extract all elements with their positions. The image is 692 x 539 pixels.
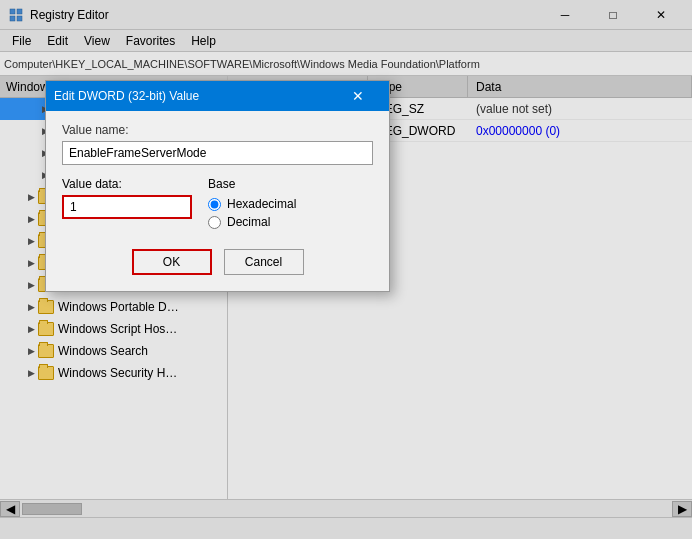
- ok-button[interactable]: OK: [132, 249, 212, 275]
- value-data-input[interactable]: [62, 195, 192, 219]
- value-data-section: Value data: Base Hexadecimal Decimal: [62, 177, 373, 233]
- radio-hex-input[interactable]: [208, 198, 221, 211]
- radio-dec-input[interactable]: [208, 216, 221, 229]
- dialog-title: Edit DWORD (32-bit) Value: [54, 89, 335, 103]
- radio-dec-label: Decimal: [227, 215, 270, 229]
- cancel-button[interactable]: Cancel: [224, 249, 304, 275]
- radio-hexadecimal[interactable]: Hexadecimal: [208, 197, 373, 211]
- value-data-left: Value data:: [62, 177, 192, 219]
- dialog-title-bar: Edit DWORD (32-bit) Value ✕: [46, 81, 389, 111]
- dialog-overlay: Edit DWORD (32-bit) Value ✕ Value name: …: [0, 0, 692, 539]
- base-label: Base: [208, 177, 373, 191]
- edit-dword-dialog: Edit DWORD (32-bit) Value ✕ Value name: …: [45, 80, 390, 292]
- value-name-label: Value name:: [62, 123, 373, 137]
- value-name-input[interactable]: [62, 141, 373, 165]
- dialog-buttons: OK Cancel: [62, 249, 373, 275]
- radio-hex-label: Hexadecimal: [227, 197, 296, 211]
- value-data-label: Value data:: [62, 177, 192, 191]
- radio-decimal[interactable]: Decimal: [208, 215, 373, 229]
- dialog-close-button[interactable]: ✕: [335, 81, 381, 111]
- dialog-body: Value name: Value data: Base Hexadecimal…: [46, 111, 389, 291]
- base-group: Base Hexadecimal Decimal: [208, 177, 373, 233]
